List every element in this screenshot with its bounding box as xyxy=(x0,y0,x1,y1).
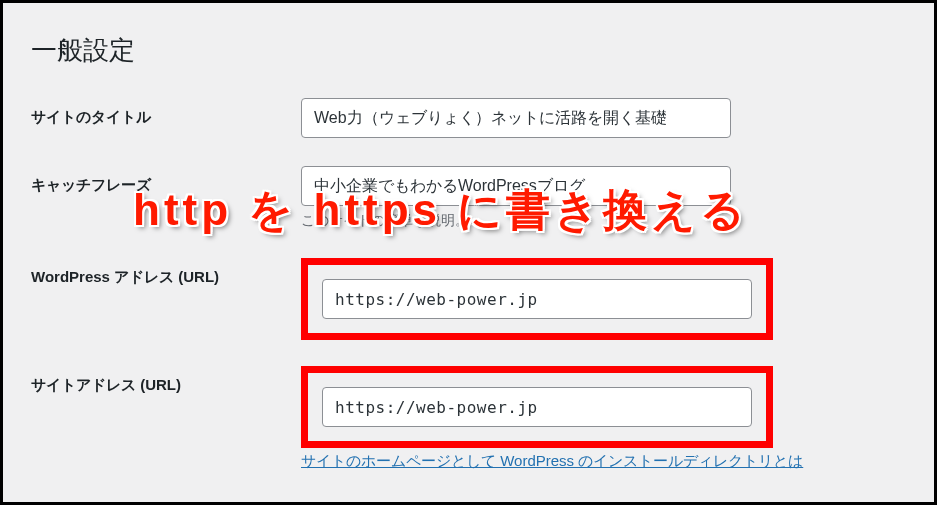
site-url-help-link[interactable]: サイトのホームページとして WordPress のインストールディレクトリとは xyxy=(301,452,803,471)
input-site-title[interactable] xyxy=(301,98,731,138)
screenshot-frame: 一般設定 サイトのタイトル キャッチフレーズ このサイトの簡単な説明。 Word… xyxy=(0,0,937,505)
input-site-url[interactable] xyxy=(322,387,752,427)
settings-form: サイトのタイトル キャッチフレーズ このサイトの簡単な説明。 WordPress… xyxy=(31,98,906,471)
row-wp-url: WordPress アドレス (URL) xyxy=(31,258,906,358)
red-box-site-url xyxy=(301,366,773,448)
red-box-wp-url xyxy=(301,258,773,340)
highlight-wp-url xyxy=(301,258,906,340)
label-tagline: キャッチフレーズ xyxy=(31,166,301,195)
row-site-title: サイトのタイトル xyxy=(31,98,906,138)
field-site-title xyxy=(301,98,906,138)
settings-panel: 一般設定 サイトのタイトル キャッチフレーズ このサイトの簡単な説明。 Word… xyxy=(3,3,934,502)
field-tagline: このサイトの簡単な説明。 xyxy=(301,166,906,230)
row-tagline: キャッチフレーズ このサイトの簡単な説明。 xyxy=(31,166,906,230)
tagline-description: このサイトの簡単な説明。 xyxy=(301,212,906,230)
label-site-title: サイトのタイトル xyxy=(31,98,301,127)
field-site-url: サイトのホームページとして WordPress のインストールディレクトリとは xyxy=(301,366,906,471)
row-site-url: サイトアドレス (URL) サイトのホームページとして WordPress のイ… xyxy=(31,366,906,471)
page-title: 一般設定 xyxy=(31,23,906,68)
input-tagline[interactable] xyxy=(301,166,731,206)
label-site-url: サイトアドレス (URL) xyxy=(31,366,301,395)
field-wp-url xyxy=(301,258,906,358)
label-wp-url: WordPress アドレス (URL) xyxy=(31,258,301,287)
input-wp-url[interactable] xyxy=(322,279,752,319)
